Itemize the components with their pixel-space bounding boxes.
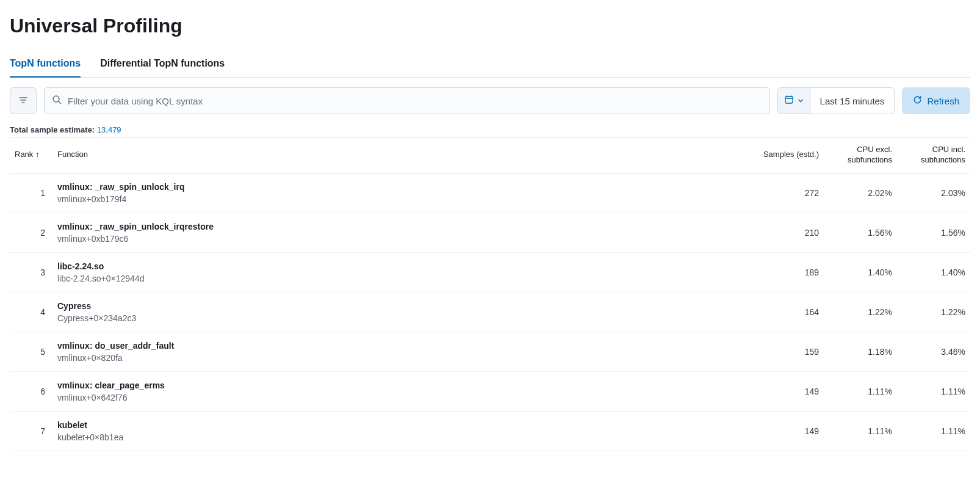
cell-cpu-incl: 1.11%	[897, 411, 970, 451]
tabs: TopN functions Differential TopN functio…	[10, 52, 970, 78]
function-name: kubelet	[57, 420, 733, 430]
cell-rank: 4	[10, 292, 52, 332]
refresh-button[interactable]: Refresh	[902, 87, 970, 114]
search-icon	[52, 95, 62, 107]
filter-button[interactable]	[10, 87, 37, 114]
svg-line-4	[59, 101, 61, 104]
cell-cpu-excl: 2.02%	[824, 173, 897, 213]
cell-cpu-excl: 1.11%	[824, 371, 897, 411]
col-header-cpu-incl[interactable]: CPU incl. subfunctions	[897, 137, 970, 173]
cell-rank: 6	[10, 371, 52, 411]
refresh-icon	[913, 95, 922, 106]
cell-cpu-excl: 1.18%	[824, 332, 897, 371]
svg-rect-5	[785, 96, 793, 103]
cell-cpu-excl: 1.40%	[824, 252, 897, 292]
date-range-label[interactable]: Last 15 minutes	[810, 96, 895, 106]
cell-cpu-incl: 1.40%	[897, 252, 970, 292]
cell-function: CypressCypress+0×234a2c3	[52, 292, 738, 332]
cell-cpu-incl: 2.03%	[897, 173, 970, 213]
cell-rank: 1	[10, 173, 52, 213]
total-sample-estimate: Total sample estimate: 13,479	[10, 125, 970, 134]
cell-rank: 7	[10, 411, 52, 451]
sort-asc-icon: ↑	[35, 150, 40, 159]
cell-function: vmlinux: do_user_addr_faultvmlinux+0×820…	[52, 332, 738, 371]
cell-cpu-excl: 1.22%	[824, 292, 897, 332]
date-range-picker[interactable]: Last 15 minutes	[777, 87, 895, 114]
cell-cpu-incl: 1.22%	[897, 292, 970, 332]
function-name: vmlinux: do_user_addr_fault	[57, 341, 733, 351]
cell-function: vmlinux: _raw_spin_unlock_irqvmlinux+0xb…	[52, 173, 738, 213]
refresh-label: Refresh	[927, 96, 959, 106]
chevron-down-icon	[798, 95, 804, 106]
function-offset: vmlinux+0×820fa	[57, 353, 733, 363]
function-name: vmlinux: _raw_spin_unlock_irqrestore	[57, 222, 733, 231]
function-name: vmlinux: clear_page_erms	[57, 380, 733, 390]
cell-cpu-incl: 1.11%	[897, 371, 970, 411]
col-header-samples[interactable]: Samples (estd.)	[738, 137, 824, 173]
cell-samples: 149	[738, 371, 824, 411]
table-row: 6vmlinux: clear_page_ermsvmlinux+0×642f7…	[10, 371, 970, 411]
cell-function: vmlinux: _raw_spin_unlock_irqrestorevmli…	[52, 213, 738, 252]
tab-topn-functions[interactable]: TopN functions	[10, 52, 81, 78]
function-name: libc-2.24.so	[57, 261, 733, 271]
cell-samples: 164	[738, 292, 824, 332]
date-quick-select[interactable]	[778, 88, 810, 114]
col-header-cpu-excl[interactable]: CPU excl. subfunctions	[824, 137, 897, 173]
table-row: 1vmlinux: _raw_spin_unlock_irqvmlinux+0x…	[10, 173, 970, 213]
col-header-function[interactable]: Function	[52, 137, 738, 173]
cell-rank: 2	[10, 213, 52, 252]
cell-cpu-incl: 3.46%	[897, 332, 970, 371]
col-header-rank[interactable]: Rank↑	[10, 137, 52, 173]
function-name: Cypress	[57, 301, 733, 311]
table-row: 4CypressCypress+0×234a2c31641.22%1.22%	[10, 292, 970, 332]
function-name: vmlinux: _raw_spin_unlock_irq	[57, 182, 733, 192]
cell-samples: 189	[738, 252, 824, 292]
search-container[interactable]	[44, 87, 770, 114]
cell-cpu-excl: 1.11%	[824, 411, 897, 451]
cell-rank: 3	[10, 252, 52, 292]
table-row: 7kubeletkubelet+0×8b1ea1491.11%1.11%	[10, 411, 970, 451]
table-row: 2vmlinux: _raw_spin_unlock_irqrestorevml…	[10, 213, 970, 252]
function-offset: Cypress+0×234a2c3	[57, 313, 733, 323]
function-offset: vmlinux+0×642f76	[57, 393, 733, 402]
search-input[interactable]	[62, 96, 762, 106]
tab-differential-topn-functions[interactable]: Differential TopN functions	[100, 52, 225, 78]
cell-samples: 272	[738, 173, 824, 213]
cell-function: vmlinux: clear_page_ermsvmlinux+0×642f76	[52, 371, 738, 411]
function-offset: libc-2.24.so+0×12944d	[57, 274, 733, 283]
functions-table: Rank↑ Function Samples (estd.) CPU excl.…	[10, 137, 970, 451]
cell-function: kubeletkubelet+0×8b1ea	[52, 411, 738, 451]
estimate-prefix: Total sample estimate:	[10, 125, 95, 134]
function-offset: kubelet+0×8b1ea	[57, 432, 733, 442]
function-offset: vmlinux+0xb179f4	[57, 194, 733, 204]
page-title: Universal Profiling	[10, 15, 970, 37]
cell-function: libc-2.24.solibc-2.24.so+0×12944d	[52, 252, 738, 292]
cell-cpu-incl: 1.56%	[897, 213, 970, 252]
table-row: 5vmlinux: do_user_addr_faultvmlinux+0×82…	[10, 332, 970, 371]
cell-rank: 5	[10, 332, 52, 371]
calendar-icon	[784, 95, 794, 107]
cell-samples: 210	[738, 213, 824, 252]
cell-cpu-excl: 1.56%	[824, 213, 897, 252]
cell-samples: 149	[738, 411, 824, 451]
function-offset: vmlinux+0xb179c6	[57, 234, 733, 244]
filter-icon	[18, 95, 28, 107]
table-row: 3libc-2.24.solibc-2.24.so+0×12944d1891.4…	[10, 252, 970, 292]
estimate-value: 13,479	[97, 125, 121, 134]
cell-samples: 159	[738, 332, 824, 371]
col-header-rank-label: Rank	[15, 150, 33, 159]
controls-bar: Last 15 minutes Refresh	[10, 87, 970, 114]
